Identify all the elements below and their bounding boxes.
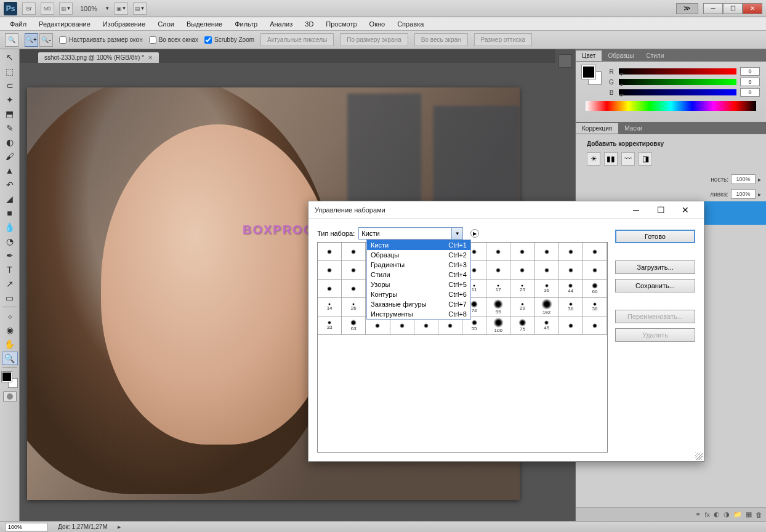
brush-preset[interactable]	[510, 261, 534, 280]
lasso-tool[interactable]: ⊂	[2, 79, 18, 92]
history-brush-tool[interactable]: ↶	[2, 178, 18, 191]
brush-preset[interactable]	[535, 261, 559, 280]
minimize-button[interactable]: ─	[703, 3, 723, 14]
dropdown-item-5[interactable]: КонтурыCtrl+6	[367, 289, 470, 299]
shape-tool[interactable]: ▭	[2, 291, 18, 305]
brush-preset[interactable]	[559, 316, 583, 335]
preset-type-select[interactable]: Кисти ▼	[358, 227, 463, 240]
eraser-tool[interactable]: ◢	[2, 192, 18, 206]
dropdown-item-2[interactable]: ГрадиентыCtrl+3	[367, 260, 470, 270]
close-button[interactable]: ✕	[743, 3, 762, 14]
3d-tool[interactable]: ⬦	[2, 309, 18, 323]
healing-tool[interactable]: ◐	[2, 135, 18, 149]
stamp-tool[interactable]: ▲	[2, 164, 18, 177]
chevron-right-icon[interactable]: ▸	[118, 523, 121, 530]
brush-preset[interactable]	[342, 261, 366, 280]
exposure-icon[interactable]: ◨	[639, 152, 652, 166]
adjustments-tab[interactable]: Коррекция	[576, 123, 618, 134]
menu-select[interactable]: Выделение	[180, 18, 228, 30]
swatches-tab[interactable]: Образцы	[602, 50, 640, 61]
collapse-panels-icon[interactable]: ≫	[676, 3, 698, 14]
group-icon[interactable]: 📁	[733, 510, 742, 518]
brush-preset[interactable]	[486, 261, 510, 280]
delete-button[interactable]: Удалить	[615, 328, 695, 342]
r-value[interactable]: 0	[740, 67, 760, 76]
zoom-tool-icon[interactable]: 🔍	[5, 33, 18, 47]
brush-preset[interactable]	[583, 261, 607, 280]
fill-screen-button[interactable]: Во весь экран	[414, 33, 468, 46]
menu-analysis[interactable]: Анализ	[264, 18, 299, 30]
scrubby-zoom-checkbox[interactable]: Scrubby Zoom	[204, 36, 254, 44]
document-tab[interactable]: sshot-2333.png @ 100% (RGB/8#) * ✕	[38, 52, 159, 63]
styles-tab[interactable]: Стили	[640, 50, 670, 61]
menu-view[interactable]: Просмотр	[320, 18, 363, 30]
menu-image[interactable]: Изображение	[97, 18, 151, 30]
brush-preset[interactable]: 17	[486, 280, 510, 298]
brush-preset[interactable]	[486, 243, 510, 261]
brush-preset[interactable]	[583, 243, 607, 261]
brush-preset[interactable]: 60	[583, 280, 607, 298]
g-value[interactable]: 0	[740, 78, 760, 86]
brush-preset[interactable]: 23	[510, 280, 534, 298]
dialog-maximize-icon[interactable]: ☐	[648, 202, 673, 218]
dropdown-item-7[interactable]: ИнструментыCtrl+8	[367, 309, 470, 319]
dropdown-item-6[interactable]: Заказные фигурыCtrl+7	[367, 299, 470, 309]
all-windows-checkbox[interactable]: Во всех окнах	[149, 36, 198, 44]
hand-tool[interactable]: ✋	[2, 337, 18, 351]
spectrum-bar[interactable]	[586, 101, 756, 111]
color-panel-swatch[interactable]	[582, 65, 602, 85]
color-swatches[interactable]	[2, 372, 18, 388]
zoom-out-icon[interactable]: 🔍-	[39, 33, 53, 47]
b-slider[interactable]	[619, 89, 736, 95]
brush-preset[interactable]: 95	[486, 298, 510, 316]
adjustment-icon[interactable]: ◑	[724, 510, 730, 518]
mask-icon[interactable]: ◐	[714, 510, 720, 518]
brush-preset[interactable]	[583, 316, 607, 335]
brush-preset[interactable]: 36	[535, 280, 559, 298]
menu-window[interactable]: Окно	[363, 18, 392, 30]
brush-preset[interactable]: 14	[318, 298, 342, 316]
menu-help[interactable]: Справка	[391, 18, 430, 30]
brush-preset[interactable]: 36	[559, 298, 583, 316]
quickmask-icon[interactable]	[3, 391, 17, 402]
done-button[interactable]: Готово	[615, 230, 695, 243]
br-button[interactable]: Br	[22, 2, 36, 15]
zoom-input[interactable]	[5, 523, 48, 531]
brush-preset[interactable]	[342, 243, 366, 261]
panel-icon-1[interactable]	[558, 54, 572, 68]
brush-preset[interactable]: 100	[486, 316, 510, 335]
arrange-dropdown[interactable]: ▥ ▼	[59, 2, 73, 15]
brush-preset[interactable]	[510, 243, 534, 261]
g-slider[interactable]	[619, 79, 736, 85]
brush-preset[interactable]: 44	[559, 280, 583, 298]
resize-grip-icon[interactable]	[695, 453, 703, 460]
brush-tool[interactable]: 🖌	[2, 150, 18, 163]
fill-value[interactable]: 100%	[731, 189, 756, 199]
menu-layer[interactable]: Слои	[151, 18, 180, 30]
menu-edit[interactable]: Редактирование	[33, 18, 97, 30]
brush-preset[interactable]: 192	[535, 298, 559, 316]
brush-preset[interactable]	[559, 243, 583, 261]
blur-tool[interactable]: 💧	[2, 220, 18, 234]
maximize-button[interactable]: ☐	[723, 3, 743, 14]
link-icon[interactable]: ⚭	[695, 510, 701, 518]
zoom-tool[interactable]: 🔍	[2, 352, 18, 365]
dialog-close-icon[interactable]: ✕	[673, 202, 698, 218]
type-tool[interactable]: T	[2, 263, 18, 276]
brush-preset[interactable]	[535, 243, 559, 261]
eyedropper-tool[interactable]: ✎	[2, 121, 18, 135]
menu-3d[interactable]: 3D	[299, 18, 320, 30]
menu-file[interactable]: Файл	[4, 18, 33, 30]
brush-preset[interactable]	[342, 280, 366, 298]
mb-button[interactable]: Mb	[41, 2, 54, 15]
zoom-dropdown-icon[interactable]: ▼	[105, 6, 110, 11]
dropdown-item-0[interactable]: КистиCtrl+1	[367, 240, 470, 250]
b-value[interactable]: 0	[740, 88, 760, 97]
brush-preset[interactable]: 75	[510, 316, 534, 335]
brush-preset[interactable]	[318, 243, 342, 261]
fx-icon[interactable]: fx	[704, 511, 710, 518]
dialog-titlebar[interactable]: Управление наборами ─ ☐ ✕	[308, 201, 704, 219]
dialog-minimize-icon[interactable]: ─	[624, 202, 648, 218]
brush-preset[interactable]: 36	[583, 298, 607, 316]
actual-pixels-button[interactable]: Актуальные пикселы	[260, 33, 334, 46]
